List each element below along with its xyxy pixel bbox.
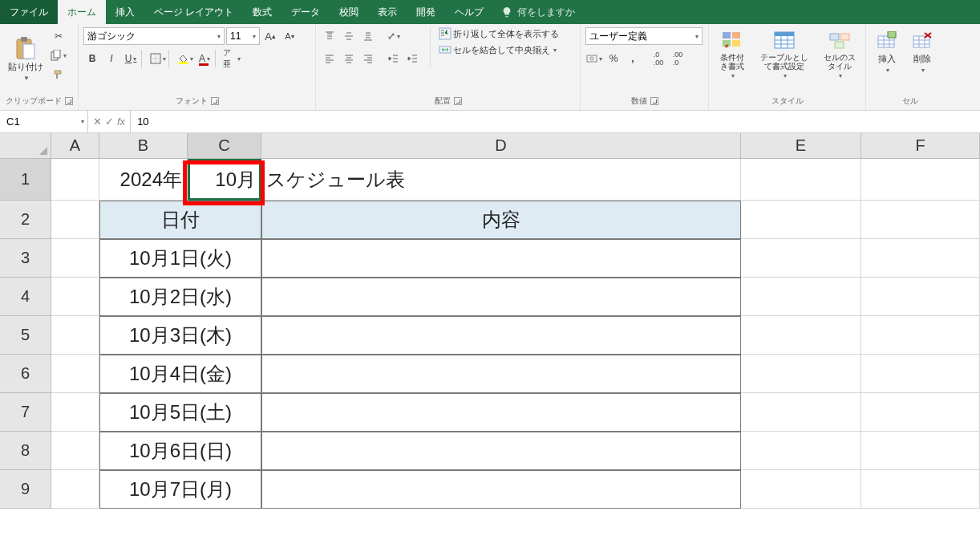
cell-D4[interactable] xyxy=(261,278,741,316)
cell-D3[interactable] xyxy=(261,239,741,278)
cell-styles-button[interactable]: セルのスタイル▾ xyxy=(819,27,861,81)
cell-E9[interactable] xyxy=(741,470,861,509)
number-format-combo[interactable]: ユーザー定義▾ xyxy=(585,27,703,45)
row-header-5[interactable]: 5 xyxy=(0,316,51,355)
cell-E3[interactable] xyxy=(741,239,861,278)
conditional-formatting-button[interactable]: ≠ 条件付き書式▾ xyxy=(714,27,751,81)
align-middle-button[interactable] xyxy=(340,27,358,45)
cell-F3[interactable] xyxy=(861,239,980,278)
tab-developer[interactable]: 開発 xyxy=(407,0,445,24)
cell-B1[interactable]: 2024年 xyxy=(99,159,188,201)
formula-input[interactable] xyxy=(131,111,980,132)
cell-E1[interactable] xyxy=(741,159,861,201)
tell-me-search[interactable]: 何をしますか xyxy=(493,0,583,24)
align-top-button[interactable] xyxy=(321,27,338,45)
delete-cells-button[interactable]: 削除▾ xyxy=(906,27,938,75)
tab-data[interactable]: データ xyxy=(281,0,330,24)
cell-BC3-merged[interactable]: 10月1日(火) xyxy=(99,239,261,278)
col-header-D[interactable]: D xyxy=(261,133,741,158)
cell-C1[interactable]: 10月 xyxy=(188,159,261,201)
format-painter-button[interactable] xyxy=(50,66,67,83)
insert-function-button[interactable]: fx xyxy=(117,116,125,128)
cell-F7[interactable] xyxy=(861,393,980,432)
col-header-C[interactable]: C xyxy=(188,133,261,158)
cell-A2[interactable] xyxy=(51,201,99,239)
row-header-6[interactable]: 6 xyxy=(0,355,51,393)
borders-button[interactable]: ▾ xyxy=(149,50,167,67)
increase-font-button[interactable]: A▴ xyxy=(261,27,279,45)
cell-F1[interactable] xyxy=(861,159,980,201)
cell-F5[interactable] xyxy=(861,316,980,355)
cell-BC5-merged[interactable]: 10月3日(木) xyxy=(99,316,261,355)
font-size-combo[interactable]: 11▾ xyxy=(226,27,260,45)
font-name-combo[interactable]: 游ゴシック▾ xyxy=(83,27,225,45)
underline-button[interactable]: U▾ xyxy=(122,50,140,67)
row-header-7[interactable]: 7 xyxy=(0,393,51,432)
dialog-launcher-icon[interactable] xyxy=(454,97,462,105)
cell-D2[interactable]: 内容 xyxy=(261,201,741,239)
row-header-3[interactable]: 3 xyxy=(0,239,51,278)
col-header-E[interactable]: E xyxy=(741,133,861,158)
align-right-button[interactable] xyxy=(359,50,377,67)
tab-help[interactable]: ヘルプ xyxy=(445,0,493,24)
cell-F4[interactable] xyxy=(861,278,980,316)
cell-A5[interactable] xyxy=(51,316,99,355)
decrease-font-button[interactable]: A▾ xyxy=(281,27,298,45)
cell-E2[interactable] xyxy=(741,201,861,239)
cell-D5[interactable] xyxy=(261,316,741,355)
enter-formula-button[interactable]: ✓ xyxy=(105,116,114,128)
cell-D6[interactable] xyxy=(261,355,741,393)
name-box-input[interactable] xyxy=(0,116,64,128)
row-header-4[interactable]: 4 xyxy=(0,278,51,316)
cell-A9[interactable] xyxy=(51,470,99,509)
cell-BC4-merged[interactable]: 10月2日(水) xyxy=(99,278,261,316)
merge-center-button[interactable]: セルを結合して中央揃え ▾ xyxy=(439,43,559,56)
row-header-8[interactable]: 8 xyxy=(0,432,51,470)
cell-E8[interactable] xyxy=(741,432,861,470)
comma-button[interactable]: , xyxy=(624,50,642,67)
cut-button[interactable]: ✂ xyxy=(50,27,67,45)
paste-button[interactable]: 貼り付け ▼ xyxy=(5,27,47,83)
cell-A1[interactable] xyxy=(51,159,99,201)
phonetic-button[interactable]: ア亜▾ xyxy=(223,50,241,67)
chevron-down-icon[interactable]: ▾ xyxy=(81,118,84,125)
align-left-button[interactable] xyxy=(321,50,338,67)
cell-D1[interactable]: スケジュール表 xyxy=(261,159,741,201)
tab-review[interactable]: 校閲 xyxy=(330,0,368,24)
increase-indent-button[interactable] xyxy=(404,50,422,67)
row-header-9[interactable]: 9 xyxy=(0,470,51,509)
tab-home[interactable]: ホーム xyxy=(58,0,106,24)
bold-button[interactable]: B xyxy=(83,50,101,67)
tab-page-layout[interactable]: ページ レイアウト xyxy=(144,0,243,24)
format-as-table-button[interactable]: テーブルとして書式設定▾ xyxy=(754,27,816,81)
tab-insert[interactable]: 挿入 xyxy=(106,0,144,24)
dialog-launcher-icon[interactable] xyxy=(211,97,219,105)
decrease-indent-button[interactable] xyxy=(385,50,403,67)
accounting-format-button[interactable]: ▾ xyxy=(585,50,603,67)
col-header-B[interactable]: B xyxy=(99,133,188,158)
orientation-button[interactable]: ⤢▾ xyxy=(385,27,403,45)
row-header-2[interactable]: 2 xyxy=(0,201,51,239)
cell-A3[interactable] xyxy=(51,239,99,278)
decrease-decimal-button[interactable]: .00.0 xyxy=(669,50,686,67)
italic-button[interactable]: I xyxy=(103,50,120,67)
wrap-text-button[interactable]: 折り返して全体を表示する xyxy=(439,27,559,40)
cell-D7[interactable] xyxy=(261,393,741,432)
tab-view[interactable]: 表示 xyxy=(368,0,407,24)
font-color-button[interactable]: A▾ xyxy=(196,50,213,67)
cell-E5[interactable] xyxy=(741,316,861,355)
align-center-button[interactable] xyxy=(340,50,358,67)
insert-cells-button[interactable]: 挿入▾ xyxy=(871,27,903,75)
cell-A8[interactable] xyxy=(51,432,99,470)
cancel-formula-button[interactable]: ✕ xyxy=(93,116,102,128)
name-box[interactable]: ▾ xyxy=(0,111,88,132)
cell-BC8-merged[interactable]: 10月6日(日) xyxy=(99,432,261,470)
cell-D8[interactable] xyxy=(261,432,741,470)
select-all-corner[interactable] xyxy=(0,133,51,158)
cell-E7[interactable] xyxy=(741,393,861,432)
cell-E4[interactable] xyxy=(741,278,861,316)
tab-formulas[interactable]: 数式 xyxy=(243,0,281,24)
cell-F9[interactable] xyxy=(861,470,980,509)
row-header-1[interactable]: 1 xyxy=(0,159,51,201)
cell-F8[interactable] xyxy=(861,432,980,470)
